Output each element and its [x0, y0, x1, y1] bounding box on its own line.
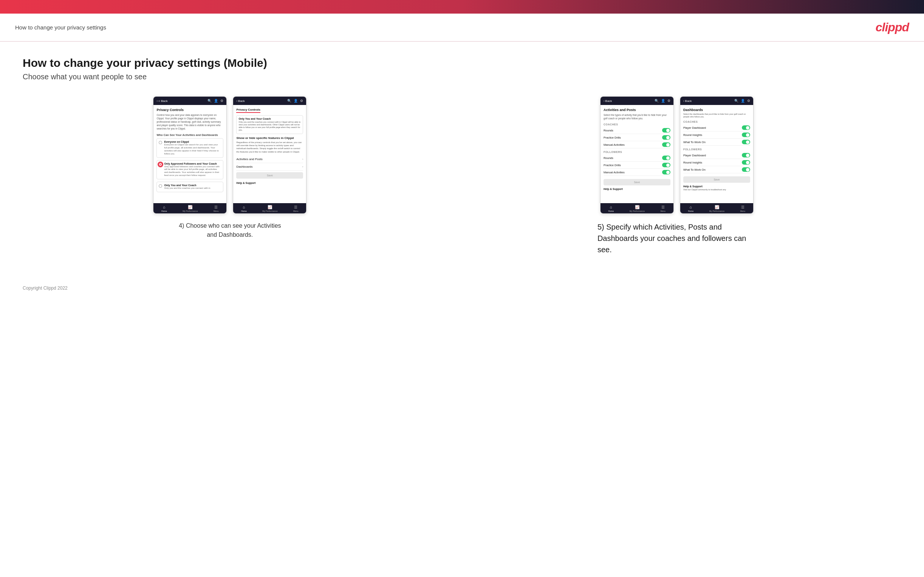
screen1-option2[interactable]: Only Approved Followers and Your Coach O… — [157, 160, 223, 179]
screen2-back[interactable]: ‹ Back — [236, 99, 244, 103]
coach-round-insights-toggle[interactable] — [742, 132, 750, 137]
activities-posts-row[interactable]: Activities and Posts › — [236, 156, 303, 163]
screen3-follower-drills: Practice Drills — [604, 162, 670, 169]
screen4-tab-performance[interactable]: 📈 My Performance — [709, 205, 724, 212]
screen1-option1[interactable]: Everyone on Clippd Everyone on Clippd ca… — [157, 138, 223, 158]
follower-what-to-work-toggle[interactable] — [742, 167, 750, 172]
screen1-back[interactable]: ‹ < Back — [157, 99, 167, 103]
people-icon[interactable]: 👤 — [214, 99, 218, 103]
screen3-back[interactable]: ‹ Back — [604, 99, 612, 103]
follower-player-dash-toggle[interactable] — [742, 153, 750, 158]
screen3-tab-menu[interactable]: ☰ Menu — [660, 205, 666, 212]
screen3-tab-performance[interactable]: 📈 My Performance — [630, 205, 645, 212]
chart-icon: 📈 — [188, 205, 192, 209]
settings-icon3[interactable]: ⚙ — [667, 99, 670, 103]
screen1-nav-icons: 🔍 👤 ⚙ — [207, 99, 223, 103]
screen3-coach-manual: Manual Activities — [604, 141, 670, 148]
screen4-tab-home[interactable]: ⌂ Home — [688, 205, 694, 212]
activities-posts-label: Activities and Posts — [236, 158, 262, 161]
screen4-tab-menu[interactable]: ☰ Menu — [740, 205, 745, 212]
radio-approved[interactable] — [159, 163, 162, 166]
screen4-tab-bar: ⌂ Home 📈 My Performance ☰ Menu — [680, 203, 753, 213]
home-icon2: ⌂ — [242, 205, 245, 209]
follower-round-insights-toggle[interactable] — [742, 160, 750, 164]
radio-everyone[interactable] — [159, 141, 162, 144]
screen1-option3[interactable]: Only You and Your Coach Only you and the… — [157, 182, 223, 192]
screen3-coaches-label: COACHES — [604, 123, 670, 126]
right-screenshot-group: ‹ Back 🔍 👤 ⚙ Activities and Posts Select… — [452, 96, 901, 255]
coach-what-to-work-toggle[interactable] — [742, 140, 750, 144]
follower-manual-toggle[interactable] — [662, 170, 670, 174]
home-icon4: ⌂ — [690, 205, 692, 209]
right-pair: ‹ Back 🔍 👤 ⚙ Activities and Posts Select… — [600, 96, 754, 214]
screen3-section-desc: Select the types of activity that you'd … — [604, 113, 670, 120]
people-icon3[interactable]: 👤 — [661, 99, 665, 103]
radio-only-you[interactable] — [159, 184, 162, 188]
search-icon[interactable]: 🔍 — [207, 99, 212, 103]
screen4-help-label: Help & Support — [683, 185, 750, 188]
coach-player-dash-toggle[interactable] — [742, 126, 750, 130]
search-icon2[interactable]: 🔍 — [287, 99, 291, 103]
header: How to change your privacy settings clip… — [0, 14, 924, 42]
screen2-tab-menu[interactable]: ☰ Menu — [293, 205, 299, 212]
copyright-text: Copyright Clippd 2022 — [23, 285, 68, 291]
screen3-perf-label: My Performance — [630, 210, 645, 212]
only-you-card-title: Only You and Your Coach — [239, 118, 301, 120]
screen4-nav-icons: 🔍 👤 ⚙ — [734, 99, 750, 103]
follower-manual-label: Manual Activities — [604, 171, 625, 174]
people-icon2[interactable]: 👤 — [294, 99, 298, 103]
dashboards-row[interactable]: Dashboards › — [236, 163, 303, 171]
chart-icon4: 📈 — [715, 205, 719, 209]
people-icon4[interactable]: 👤 — [741, 99, 745, 103]
follower-drills-label: Practice Drills — [604, 163, 621, 167]
screen2-tab-performance[interactable]: 📈 My Performance — [262, 205, 277, 212]
screen2-help-section: Help & Support — [236, 182, 303, 184]
chart-icon3: 📈 — [635, 205, 640, 209]
screen1-tab-performance[interactable]: 📈 My Performance — [183, 205, 198, 212]
screen3-tab-bar: ⌂ Home 📈 My Performance ☰ Menu — [601, 203, 674, 213]
screen4-perf-label: My Performance — [709, 210, 724, 212]
screen4-home-label: Home — [688, 210, 694, 212]
follower-round-insights-label: Round Insights — [683, 161, 702, 164]
caption-left: 4) Choose who can see your Activities an… — [173, 221, 286, 239]
screen1-tab-bar: ⌂ Home 📈 My Performance ☰ Menu — [153, 203, 226, 213]
screen1-tab-home[interactable]: ⌂ Home — [162, 205, 167, 212]
settings-icon[interactable]: ⚙ — [220, 99, 223, 103]
menu-icon2: ☰ — [294, 205, 297, 209]
coach-manual-toggle[interactable] — [662, 142, 670, 147]
screen3-section-title: Activities and Posts — [604, 108, 670, 112]
screen4-navbar: ‹ Back 🔍 👤 ⚙ — [680, 97, 753, 105]
screen2-home-label: Home — [241, 210, 247, 212]
chevron-activities: › — [302, 158, 304, 161]
coach-drills-toggle[interactable] — [662, 135, 670, 140]
page-subtitle: Choose what you want people to see — [23, 73, 901, 81]
screen2-privacy-tab[interactable]: Privacy Controls — [236, 108, 260, 113]
menu-icon3: ☰ — [661, 205, 665, 209]
footer: Copyright Clippd 2022 — [0, 278, 924, 298]
coach-round-insights-label: Round Insights — [683, 133, 702, 137]
screen3-save-btn[interactable]: Save — [604, 179, 670, 185]
page-title: How to change your privacy settings (Mob… — [23, 56, 901, 69]
screen2-tab-home[interactable]: ⌂ Home — [241, 205, 247, 212]
settings-icon4[interactable]: ⚙ — [747, 99, 750, 103]
search-icon4[interactable]: 🔍 — [734, 99, 738, 103]
screen1-tab-menu[interactable]: ☰ Menu — [213, 205, 219, 212]
screen4-back[interactable]: ‹ Back — [683, 99, 691, 103]
coach-rounds-toggle[interactable] — [662, 128, 670, 132]
menu-icon: ☰ — [214, 205, 218, 209]
caption-right-text: 5) Specify which Activities, Posts and D… — [598, 223, 746, 254]
follower-rounds-label: Rounds — [604, 156, 613, 160]
follower-drills-toggle[interactable] — [662, 163, 670, 167]
settings-icon2[interactable]: ⚙ — [300, 99, 303, 103]
screen4-follower-what-to-work: What To Work On — [683, 166, 750, 173]
screen4-frame: ‹ Back 🔍 👤 ⚙ Dashboards Select the dashb… — [680, 96, 754, 214]
follower-rounds-toggle[interactable] — [662, 156, 670, 160]
radio-everyone-desc: Everyone on Clippd can search for you an… — [164, 143, 221, 155]
screen2-perf-label: My Performance — [262, 210, 277, 212]
search-icon3[interactable]: 🔍 — [654, 99, 659, 103]
screen4-save-btn[interactable]: Save — [683, 176, 750, 183]
screen3-tab-home[interactable]: ⌂ Home — [609, 205, 614, 212]
only-you-card: Only You and Your Coach Only you and the… — [236, 115, 303, 134]
screen2-save-btn[interactable]: Save — [236, 172, 303, 179]
screen1-perf-label: My Performance — [183, 210, 198, 212]
